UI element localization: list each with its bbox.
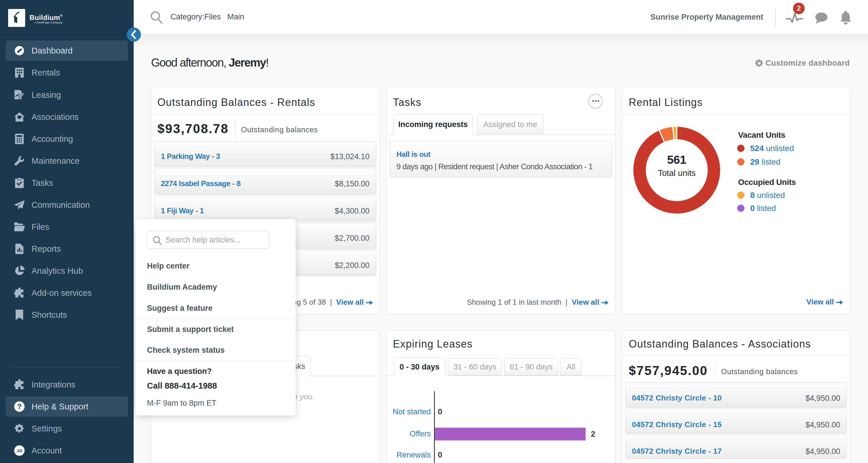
svg-text:JO: JO bbox=[17, 449, 22, 453]
svg-text:?: ? bbox=[17, 402, 22, 411]
